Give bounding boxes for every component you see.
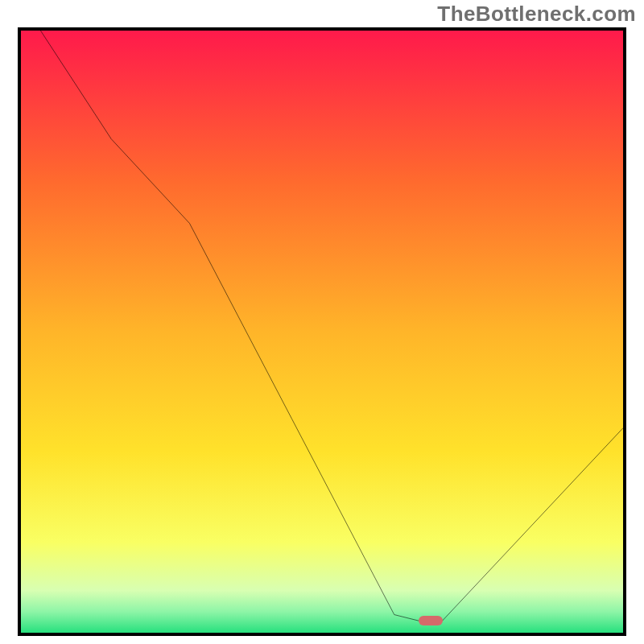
plot-area — [21, 31, 623, 633]
plot-border — [18, 27, 626, 636]
chart-frame: TheBottleneck.com — [0, 0, 644, 644]
watermark-text: TheBottleneck.com — [437, 2, 636, 27]
optimal-marker — [419, 616, 443, 625]
bottleneck-curve — [21, 31, 623, 633]
